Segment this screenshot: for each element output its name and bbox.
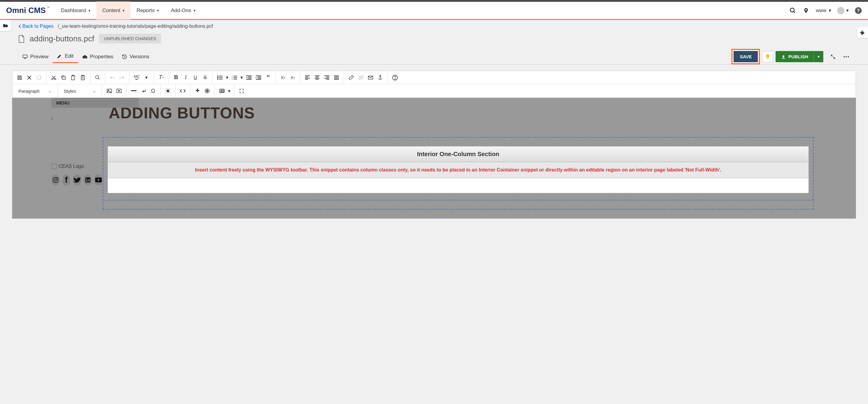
number-list-icon[interactable]: 123: [229, 73, 239, 83]
user-menu[interactable]: ▾: [837, 7, 849, 14]
save-button[interactable]: SAVE: [734, 51, 758, 62]
svg-rect-32: [234, 76, 237, 76]
svg-rect-49: [305, 78, 310, 79]
editable-region[interactable]: Interior One-Column Section Insert conte…: [103, 137, 814, 210]
align-center-icon[interactable]: [312, 73, 322, 83]
svg-point-7: [843, 56, 845, 57]
spellcheck-dropdown[interactable]: ▾: [142, 73, 151, 83]
indent-icon[interactable]: [254, 73, 264, 83]
fullscreen-icon[interactable]: [829, 53, 837, 60]
back-link[interactable]: Back to Pages: [18, 24, 54, 29]
nav-reports[interactable]: Reports▾: [130, 1, 165, 20]
unlink-icon[interactable]: [356, 73, 366, 83]
paragraph-select[interactable]: Paragraph⌵: [15, 84, 55, 97]
strikethrough-icon[interactable]: S: [200, 73, 210, 83]
video-icon[interactable]: [114, 86, 124, 96]
linkedin-icon[interactable]: [84, 175, 92, 185]
italic-icon[interactable]: I: [181, 73, 191, 83]
svg-rect-38: [248, 77, 252, 77]
maximize-icon[interactable]: [237, 86, 246, 96]
cut-icon[interactable]: [49, 73, 59, 83]
chevron-down-icon: ▾: [123, 8, 124, 13]
tab-preview[interactable]: Preview: [18, 51, 53, 63]
revert-icon[interactable]: [34, 73, 44, 83]
snippet-icon[interactable]: [193, 86, 203, 96]
source-code-icon[interactable]: [178, 86, 188, 96]
search-icon[interactable]: [789, 7, 797, 14]
gadgets-tab[interactable]: [857, 27, 868, 38]
special-char-icon[interactable]: Ω: [148, 86, 158, 96]
nav-addons[interactable]: Add-Ons▾: [165, 1, 202, 20]
svg-rect-47: [305, 75, 310, 76]
broken-image-icon: [51, 164, 57, 169]
paste-text-icon[interactable]: [78, 73, 88, 83]
facebook-icon[interactable]: f: [62, 175, 71, 185]
bullet-list-icon[interactable]: [215, 73, 225, 83]
svg-rect-4: [23, 55, 28, 58]
publish-button[interactable]: PUBLISH: [776, 51, 814, 62]
site-selector[interactable]: www▾: [816, 7, 831, 13]
snippet-title: Interior One-Column Section: [108, 147, 808, 162]
tab-edit[interactable]: Edit: [53, 50, 78, 63]
pencil-icon: [57, 54, 62, 59]
svg-point-93: [86, 178, 87, 179]
svg-point-27: [217, 77, 218, 78]
bullet-list-dropdown[interactable]: ▾: [225, 73, 229, 83]
spellcheck-icon[interactable]: ABC: [132, 73, 142, 83]
toolbox-icon: [82, 54, 88, 60]
help-toolbar-icon[interactable]: [390, 73, 400, 83]
align-right-icon[interactable]: [322, 73, 332, 83]
clear-format-icon[interactable]: T×: [156, 73, 166, 83]
location-icon[interactable]: [803, 7, 810, 14]
align-justify-icon[interactable]: [332, 73, 341, 83]
outdent-icon[interactable]: [244, 73, 254, 83]
help-icon[interactable]: ?: [855, 7, 862, 14]
bold-icon[interactable]: B: [171, 73, 181, 83]
warning-icon: !: [51, 116, 103, 121]
nav-content[interactable]: Content▾: [96, 1, 131, 20]
page-title: adding-buttons.pcf: [30, 34, 94, 43]
editor-canvas[interactable]: MENU ! CEAS Logo f ADDING BUTTONS Interi…: [12, 98, 856, 219]
snippet-box[interactable]: Interior One-Column Section Insert conte…: [107, 146, 809, 193]
paste-icon[interactable]: [68, 73, 78, 83]
anchor-icon[interactable]: [375, 73, 385, 83]
tab-properties[interactable]: Properties: [78, 51, 118, 63]
more-icon[interactable]: [843, 53, 850, 60]
tab-versions[interactable]: Versions: [118, 51, 153, 63]
mailto-icon[interactable]: [366, 73, 375, 83]
svg-rect-26: [219, 76, 223, 76]
blockquote-icon[interactable]: ”: [264, 73, 273, 83]
redo-icon[interactable]: [117, 73, 127, 83]
linebreak-icon[interactable]: [138, 86, 148, 96]
copy-icon[interactable]: [59, 73, 68, 83]
select-all-icon[interactable]: [163, 86, 173, 96]
underline-icon[interactable]: U: [191, 73, 200, 83]
table-icon[interactable]: [217, 86, 227, 96]
close-icon[interactable]: [25, 73, 34, 83]
subscript-icon[interactable]: X2: [288, 73, 298, 83]
youtube-icon[interactable]: [94, 175, 103, 185]
nav-dashboard[interactable]: Dashboard▾: [55, 1, 96, 20]
table-dropdown[interactable]: ▾: [227, 86, 231, 96]
styles-select[interactable]: Styles⌵: [60, 84, 99, 97]
superscript-icon[interactable]: X2: [278, 73, 288, 83]
undo-icon[interactable]: [107, 73, 117, 83]
number-list-dropdown[interactable]: ▾: [239, 73, 244, 83]
svg-rect-42: [256, 75, 261, 76]
asset-icon[interactable]: [203, 86, 212, 96]
twitter-icon[interactable]: [73, 175, 81, 185]
link-icon[interactable]: [346, 73, 356, 83]
folder-tab[interactable]: [0, 20, 11, 31]
align-left-icon[interactable]: [303, 73, 312, 83]
instagram-icon[interactable]: [51, 175, 60, 185]
save-icon[interactable]: [15, 73, 25, 83]
snippet-content-area[interactable]: [108, 178, 808, 193]
chevron-down-icon: ⌵: [93, 88, 96, 94]
hr-icon[interactable]: [129, 86, 138, 96]
find-icon[interactable]: [93, 73, 102, 83]
image-icon[interactable]: [104, 86, 114, 96]
publish-dropdown[interactable]: ▾: [814, 51, 823, 62]
svg-rect-30: [219, 79, 223, 80]
svg-point-23: [95, 75, 99, 79]
check-button[interactable]: [762, 51, 773, 62]
